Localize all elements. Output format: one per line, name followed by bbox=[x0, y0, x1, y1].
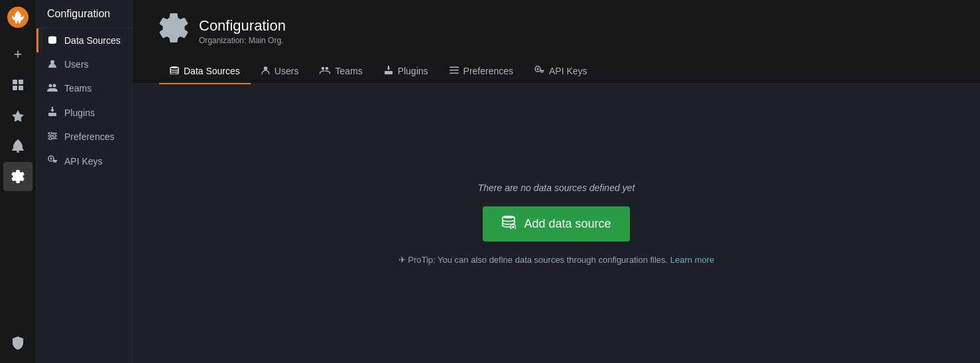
svg-point-9 bbox=[53, 84, 56, 88]
add-data-source-button[interactable]: Add data source bbox=[483, 206, 629, 242]
context-menu-item-teams[interactable]: Teams bbox=[36, 76, 132, 100]
api-keys-tab-icon bbox=[534, 66, 544, 76]
data-sources-tab-icon bbox=[170, 66, 179, 76]
svg-point-24 bbox=[322, 66, 325, 70]
tab-label: Users bbox=[275, 66, 299, 76]
add-data-source-icon bbox=[501, 216, 516, 232]
context-menu-item-plugins[interactable]: Plugins bbox=[36, 100, 132, 125]
svg-point-15 bbox=[53, 135, 56, 137]
teams-tab-icon bbox=[320, 66, 330, 76]
page-subtitle: Organization: Main Org. bbox=[199, 36, 286, 45]
context-menu-item-label: Users bbox=[64, 59, 89, 70]
context-menu-item-api-keys[interactable]: API Keys bbox=[36, 149, 132, 173]
svg-point-22 bbox=[170, 66, 178, 68]
users-icon bbox=[47, 59, 58, 70]
empty-message: There are no data sources defined yet bbox=[478, 182, 635, 193]
svg-point-25 bbox=[326, 66, 329, 70]
svg-point-18 bbox=[50, 158, 52, 160]
config-gear-icon bbox=[159, 13, 188, 48]
svg-rect-21 bbox=[54, 161, 55, 163]
data-sources-icon bbox=[47, 35, 58, 46]
svg-rect-3 bbox=[13, 86, 17, 90]
svg-rect-19 bbox=[53, 160, 57, 161]
svg-rect-4 bbox=[19, 86, 23, 90]
svg-rect-38 bbox=[512, 226, 515, 228]
sidebar-item-dashboards[interactable] bbox=[3, 70, 32, 100]
svg-point-14 bbox=[49, 132, 52, 135]
tabs-bar: Data Sources Users Teams bbox=[133, 59, 980, 84]
svg-rect-27 bbox=[450, 66, 459, 68]
content-area: There are no data sources defined yet Ad… bbox=[133, 84, 980, 363]
svg-rect-26 bbox=[385, 71, 393, 74]
plugins-tab-icon bbox=[384, 66, 393, 76]
svg-point-8 bbox=[49, 84, 52, 88]
page-header-text: Configuration Organization: Main Org. bbox=[199, 17, 286, 45]
sidebar-item-explore[interactable] bbox=[3, 101, 32, 130]
tab-label: Plugins bbox=[398, 66, 428, 76]
tab-teams[interactable]: Teams bbox=[309, 59, 373, 84]
protip-text: ✈ ProTip: You can also define data sourc… bbox=[398, 255, 715, 265]
svg-rect-5 bbox=[17, 151, 19, 153]
tab-label: API Keys bbox=[549, 66, 587, 76]
tab-label: Data Sources bbox=[184, 66, 240, 76]
context-menu-item-preferences[interactable]: Preferences bbox=[36, 125, 132, 149]
protip-content: ✈ ProTip: You can also define data sourc… bbox=[398, 255, 668, 265]
svg-rect-29 bbox=[450, 72, 459, 74]
sidebar-item-add[interactable]: + bbox=[3, 40, 32, 69]
preferences-tab-icon bbox=[450, 66, 459, 76]
sidebar-item-configuration[interactable] bbox=[3, 162, 32, 191]
svg-rect-10 bbox=[48, 113, 56, 116]
context-menu-title: Configuration bbox=[36, 0, 132, 29]
context-menu-item-label: Teams bbox=[64, 83, 92, 94]
svg-point-7 bbox=[50, 60, 54, 64]
context-menu-item-data-sources[interactable]: Data Sources bbox=[36, 29, 132, 52]
svg-rect-20 bbox=[55, 161, 56, 163]
app-logo[interactable] bbox=[6, 5, 30, 29]
context-menu-item-label: API Keys bbox=[64, 156, 103, 167]
svg-rect-33 bbox=[542, 72, 544, 73]
tab-users[interactable]: Users bbox=[251, 59, 310, 84]
tab-api-keys[interactable]: API Keys bbox=[524, 59, 598, 84]
sidebar-item-shield[interactable] bbox=[3, 328, 32, 358]
learn-more-link[interactable]: Learn more bbox=[670, 255, 714, 265]
svg-rect-32 bbox=[540, 70, 544, 72]
svg-rect-34 bbox=[540, 72, 542, 73]
context-menu-item-label: Preferences bbox=[64, 131, 114, 142]
svg-rect-1 bbox=[13, 80, 17, 84]
tab-plugins[interactable]: Plugins bbox=[373, 59, 439, 84]
context-menu-item-label: Data Sources bbox=[64, 35, 121, 46]
tab-label: Teams bbox=[335, 66, 362, 76]
svg-point-16 bbox=[49, 137, 52, 140]
sidebar-item-alerting[interactable] bbox=[3, 131, 32, 161]
svg-point-35 bbox=[503, 216, 515, 218]
add-data-source-label: Add data source bbox=[524, 217, 611, 231]
sidebar-strip: + bbox=[0, 0, 36, 363]
users-tab-icon bbox=[261, 66, 270, 76]
tab-data-sources[interactable]: Data Sources bbox=[159, 59, 251, 84]
svg-rect-28 bbox=[450, 70, 459, 71]
page-title: Configuration bbox=[199, 17, 286, 35]
context-menu-item-label: Plugins bbox=[64, 108, 95, 118]
api-keys-icon bbox=[47, 155, 58, 167]
teams-icon bbox=[47, 83, 58, 94]
main-content: Configuration Organization: Main Org. Da… bbox=[133, 0, 980, 363]
page-header: Configuration Organization: Main Org. bbox=[133, 0, 980, 48]
tab-label: Preferences bbox=[463, 66, 513, 76]
preferences-icon bbox=[47, 131, 58, 142]
svg-point-31 bbox=[537, 68, 539, 70]
svg-rect-2 bbox=[19, 80, 23, 84]
svg-point-23 bbox=[264, 66, 268, 70]
context-menu: Configuration Data Sources Users bbox=[36, 0, 133, 363]
context-menu-item-users[interactable]: Users bbox=[36, 52, 132, 76]
tab-preferences[interactable]: Preferences bbox=[439, 59, 524, 84]
plugins-icon bbox=[47, 107, 58, 118]
